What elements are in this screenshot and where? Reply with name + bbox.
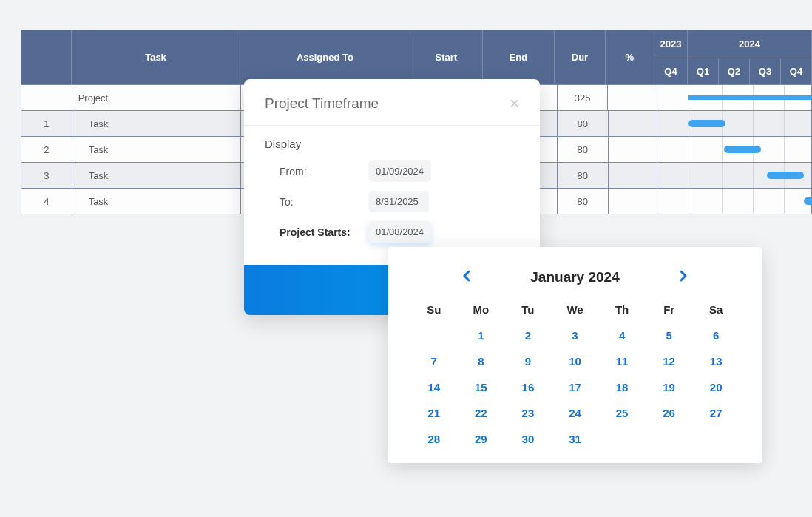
to-date-input[interactable]: 8/31/2025 [368, 191, 429, 212]
timeline-cell [657, 189, 812, 214]
calendar-day[interactable]: 18 [598, 381, 646, 393]
dow-label: Su [410, 303, 458, 316]
dow-label: Mo [458, 303, 505, 316]
gantt-bar[interactable] [688, 95, 812, 100]
calendar-day[interactable]: 6 [692, 329, 740, 342]
row-dur: 325 [558, 85, 609, 111]
project-starts-label: Project Starts: [280, 226, 368, 238]
q4a-header: Q4 [654, 58, 688, 85]
dow-label: Fr [646, 303, 693, 316]
datepicker-month-title[interactable]: January 2024 [530, 269, 619, 285]
year-2023-header: 2023 [654, 30, 688, 58]
calendar-day[interactable]: 2 [504, 329, 552, 342]
from-date-input[interactable]: 01/09/2024 [368, 160, 431, 182]
col-end-header: End [483, 30, 555, 85]
row-pct [609, 163, 658, 189]
q2-header: Q2 [719, 58, 750, 85]
calendar-day[interactable]: 21 [410, 407, 458, 419]
timeline-cell [657, 137, 812, 163]
calendar-day[interactable]: 28 [410, 433, 458, 445]
row-task: Task [72, 137, 242, 163]
calendar-day[interactable]: 31 [552, 433, 599, 445]
col-pct-header: % [606, 30, 654, 85]
calendar-day[interactable]: 25 [598, 407, 646, 419]
row-pct [609, 137, 658, 163]
row-task: Project [72, 85, 242, 111]
calendar-day[interactable]: 13 [692, 355, 740, 368]
row-number [21, 85, 72, 111]
row-task: Task [72, 163, 242, 189]
year-2024-header: 2024 [688, 30, 812, 58]
gantt-bar[interactable] [767, 172, 804, 179]
calendar-day[interactable]: 5 [646, 329, 693, 342]
timeline-cell [657, 163, 812, 189]
row-number: 3 [21, 163, 72, 189]
calendar-day[interactable]: 30 [504, 433, 552, 445]
dow-label: Th [598, 303, 646, 316]
prev-month-icon[interactable] [462, 270, 471, 285]
col-assigned-header: Assigned To [240, 30, 410, 85]
gantt-bar[interactable] [804, 197, 812, 205]
calendar-day[interactable]: 4 [598, 329, 646, 342]
from-label: From: [280, 166, 368, 178]
calendar-day[interactable]: 22 [458, 407, 505, 419]
calendar-day[interactable]: 10 [552, 355, 599, 368]
calendar-day[interactable]: 20 [692, 381, 740, 393]
row-pct [609, 189, 658, 214]
row-number: 1 [21, 111, 72, 137]
col-dur-header: Dur [555, 30, 605, 85]
calendar-day[interactable]: 7 [410, 355, 458, 368]
calendar-day[interactable]: 14 [410, 381, 458, 393]
gantt-bar[interactable] [688, 120, 725, 127]
calendar-day[interactable]: 8 [458, 355, 505, 368]
dow-label: Tu [504, 303, 552, 316]
row-pct [608, 85, 657, 111]
timeline-cell [657, 111, 812, 137]
timeline-cell [657, 85, 812, 111]
calendar-day[interactable]: 15 [458, 381, 505, 393]
row-task: Task [72, 189, 242, 214]
next-month-icon[interactable] [679, 270, 688, 285]
dow-label: We [552, 303, 599, 316]
calendar-day[interactable]: 11 [598, 355, 646, 368]
col-task-header: Task [72, 30, 240, 85]
col-number-header [21, 30, 72, 85]
calendar-day[interactable]: 27 [692, 407, 740, 419]
project-starts-input[interactable]: 01/08/2024 [368, 221, 431, 243]
row-task: Task [72, 111, 242, 137]
row-dur: 80 [558, 137, 609, 163]
modal-title: Project Timeframe [265, 95, 379, 112]
calendar-day[interactable]: 16 [504, 381, 552, 393]
q1-header: Q1 [688, 58, 719, 85]
calendar-day[interactable]: 19 [646, 381, 693, 393]
q4b-header: Q4 [781, 58, 812, 85]
row-number: 2 [21, 137, 72, 163]
calendar-day[interactable]: 24 [552, 407, 599, 419]
col-start-header: Start [410, 30, 483, 85]
calendar-day[interactable]: 26 [646, 407, 693, 419]
to-label: To: [280, 196, 368, 208]
calendar-day[interactable]: 29 [458, 433, 505, 445]
calendar-day[interactable]: 3 [552, 329, 599, 342]
gantt-bar[interactable] [724, 146, 761, 153]
display-section-label: Display [265, 138, 519, 150]
q3-header: Q3 [750, 58, 781, 85]
row-dur: 80 [558, 189, 609, 214]
row-number: 4 [21, 189, 72, 214]
calendar-day[interactable]: 17 [552, 381, 599, 393]
calendar-day[interactable]: 9 [504, 355, 552, 368]
close-icon[interactable]: × [510, 95, 519, 112]
row-dur: 80 [558, 163, 609, 189]
dow-label: Sa [692, 303, 740, 316]
calendar-blank [410, 329, 458, 342]
calendar-day[interactable]: 12 [646, 355, 693, 368]
row-pct [609, 111, 658, 137]
calendar-day[interactable]: 1 [458, 329, 505, 342]
datepicker: January 2024 SuMoTuWeThFrSa1234567891011… [388, 247, 762, 463]
row-dur: 80 [558, 111, 609, 137]
calendar-day[interactable]: 23 [504, 407, 552, 419]
